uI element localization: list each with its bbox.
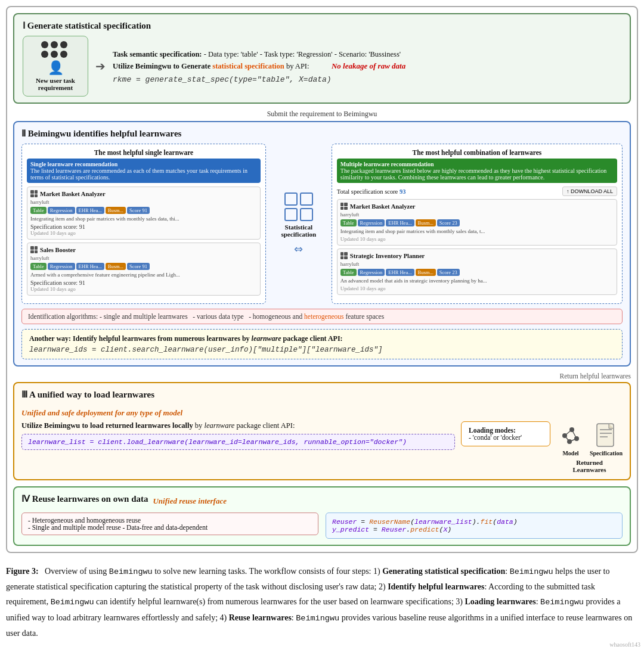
load-learnware-code: learnware_list = client.load_learnware(l… [21,434,455,450]
learnware-card-2: Sales Booster harryluft Table Regression… [27,243,261,296]
data-dots-icon [41,41,70,58]
user-icon-box: 👤 New user taskrequirement [23,36,88,97]
card2-desc: Armed with a comprehensive feature engin… [30,272,257,278]
iv-left-content: - Heterogeneous and homogeneous reuse - … [21,513,318,535]
ccard1-author: harryluft [340,212,614,218]
single-panel-title: The most helpful single learnware [27,149,261,156]
ccard1-date: Updated 10 days ago [340,236,614,242]
identification-algo-box: Identification algorithms: - single and … [21,309,623,324]
fig-label: Figure 3: [6,567,39,576]
single-learnware-panel: The most helpful single learnware Single… [21,144,266,304]
search-learnware-code: learnware_ids = client.search_learnware(… [29,346,615,354]
spec-description: Task semantic specification: - Data type… [113,48,621,84]
tag-score91: Score 91 [127,207,150,214]
api-box: Another way: Identify helpful learnwares… [21,329,623,359]
ccard2-tags: Table Regression EHR Hea... Busm... Scor… [340,269,614,276]
model-label: Model [562,450,578,457]
person-icon: 👤 [48,60,64,76]
section-i: Ⅰ Generate statistical specification 👤 N… [13,13,631,104]
submit-label: Submit the requirement to Beimingwu [13,110,631,119]
returned-learnwares-box: Model Spec [556,421,623,473]
user-label: New user taskrequirement [36,77,75,91]
ccard2-desc: An advanced model that aids in strategic… [340,278,614,284]
spec-icon [592,421,621,450]
returned-learnwares-label: ReturnedLearnwares [572,459,606,473]
total-score-label: Total specification score 93 [337,188,406,195]
full-diagram: Ⅰ Generate statistical specification 👤 N… [6,6,638,553]
grid-icon-c2 [340,252,348,259]
combined-card-1: Market Basket Analyzer harryluft Table R… [337,199,617,246]
section-iv-title: Ⅳ Reuse learnwares on own data [21,493,148,504]
loading-modes-title: Loading modes: [469,427,516,434]
grid-icon-1 [30,190,38,197]
combined-recommendation-banner: Multiple learnware recommendation The pa… [337,159,617,183]
stat-spec-code: rkme = generate_stat_spec(type="table", … [113,75,621,84]
card1-name: Market Basket Analyzer [40,191,106,197]
ccard1-name: Market Basket Analyzer [350,203,416,210]
bidirectional-arrows: ⇔ [294,243,303,256]
card1-tags: Table Regression EHR Hea... Busm... Scor… [30,207,257,214]
grid-icon-2 [30,246,38,253]
spec-line2: Utilize Beimingwu to Generate statistica… [113,60,621,73]
iv-right-code: Reuser = ReuserName(learnware_list).fit(… [326,513,623,539]
card1-desc: Integrating item and shop pair matrices … [30,216,257,222]
tag-regression: Regression [48,207,75,214]
unified-deployment-label: Unified and safe deployment for any type… [21,408,623,418]
card2-author: harryluft [30,255,257,261]
return-label: Return helpful learnwares [13,372,631,380]
tag2-busm: Busm... [106,263,126,270]
total-score-row: Total specification score 93 ↑ DOWNLOAD … [337,187,617,196]
spec-label: Specification [590,450,623,457]
arrow-right-icon: ➔ [95,59,106,73]
combined-card-2: Strategic Inventory Planner harryluft Ta… [337,249,617,295]
tag2-ehr: EHR Hea... [76,263,104,270]
figure-caption: Figure 3: Overview of using Beimingwu to… [6,564,638,641]
reuse-item1: - Heterogeneous and homogeneous reuse [28,517,312,524]
utilize-description: Utilize Beimingwu to load returned learn… [21,421,455,430]
ccard1-desc: Integrating item and shop pair matrices … [340,228,614,234]
reuse-item2: - Single and multiple model reuse - Data… [28,524,312,531]
tag-busm: Busm... [106,207,126,214]
section-i-title: Ⅰ Generate statistical specification [23,20,621,31]
svg-line-7 [565,436,569,442]
ccard2-author: harryluft [340,261,614,267]
svg-line-5 [572,430,577,439]
stat-spec-label: Statisticalspecification [281,223,316,238]
spec-line1: Task semantic specification: - Data type… [113,48,621,60]
download-all-button[interactable]: ↑ DOWNLOAD ALL [562,187,617,196]
ccard2-date: Updated 10 days ago [340,285,614,291]
tag2-score91: Score 91 [127,263,150,270]
heterogeneous-label: heterogeneous [304,313,343,320]
card1-score: Specification score: 91 [30,223,257,230]
svg-line-4 [565,430,572,436]
card2-tags: Table Regression EHR Hea... Busm... Scor… [30,263,257,270]
card1-date: Updated 10 days ago [30,230,257,236]
unified-reuse-label: Unified reuse interface [153,496,226,506]
tag-ehr: EHR Hea... [76,207,104,214]
model-spec-icons: Model Spec [556,421,623,457]
section-iii: Ⅲ A unified way to load learnwares Unifi… [13,382,631,480]
reuse-code2: y_predict = Reuser.predict(X) [332,526,616,533]
ccard1-tags: Table Regression EHR Hea... Busm... Scor… [340,219,614,226]
card2-score: Specification score: 91 [30,280,257,286]
statistical-spec-icon: Statisticalspecification [272,192,326,238]
section-iv: Ⅳ Reuse learnwares on own data Unified r… [13,486,631,546]
tag2-regression: Regression [48,263,75,270]
card2-date: Updated 10 days ago [30,286,257,292]
card1-author: harryluft [30,199,257,205]
ccard2-name: Strategic Inventory Planner [350,253,425,259]
grid-icon-c1 [340,203,348,210]
section-ii: Ⅱ Beimingwu identifies helpful learnware… [13,121,631,367]
learnware-card-1: Market Basket Analyzer harryluft Table R… [27,187,261,240]
no-leakage-label: No leakage of raw data [332,61,405,70]
loading-modes-box: Loading modes: - 'conda' or 'docker' [461,421,550,446]
combined-learnware-panel: The most helpful combination of learnwar… [332,144,623,304]
watermark: whaosoft143 [609,641,640,648]
iii-left-content: Utilize Beimingwu to load returned learn… [21,421,455,450]
card2-name: Sales Booster [40,247,76,253]
tag2-table: Table [30,263,47,270]
combined-panel-title: The most helpful combination of learnwar… [337,149,617,156]
reuse-code1: Reuser = ReuserName(learnware_list).fit(… [332,518,616,526]
tag-table: Table [30,207,47,214]
loading-options: - 'conda' or 'docker' [469,434,522,441]
